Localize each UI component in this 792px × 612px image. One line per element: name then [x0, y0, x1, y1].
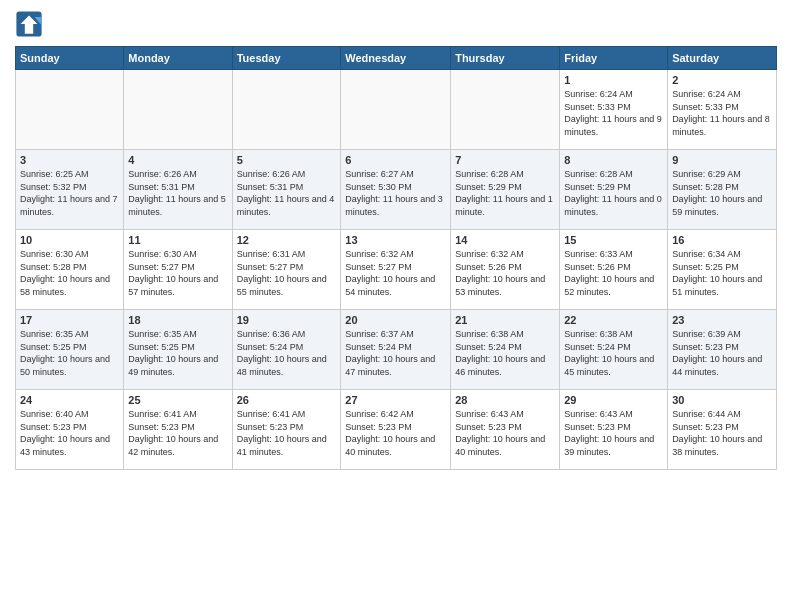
day-number: 2 — [672, 74, 772, 86]
day-number: 25 — [128, 394, 227, 406]
day-info: Sunrise: 6:28 AM Sunset: 5:29 PM Dayligh… — [455, 168, 555, 218]
calendar-cell — [341, 70, 451, 150]
day-info: Sunrise: 6:28 AM Sunset: 5:29 PM Dayligh… — [564, 168, 663, 218]
day-number: 11 — [128, 234, 227, 246]
day-info: Sunrise: 6:42 AM Sunset: 5:23 PM Dayligh… — [345, 408, 446, 458]
day-info: Sunrise: 6:34 AM Sunset: 5:25 PM Dayligh… — [672, 248, 772, 298]
day-number: 7 — [455, 154, 555, 166]
calendar-cell — [124, 70, 232, 150]
calendar-week-row: 3Sunrise: 6:25 AM Sunset: 5:32 PM Daylig… — [16, 150, 777, 230]
day-number: 29 — [564, 394, 663, 406]
day-info: Sunrise: 6:41 AM Sunset: 5:23 PM Dayligh… — [237, 408, 337, 458]
weekday-header: Tuesday — [232, 47, 341, 70]
page-container: SundayMondayTuesdayWednesdayThursdayFrid… — [0, 0, 792, 612]
calendar-cell: 4Sunrise: 6:26 AM Sunset: 5:31 PM Daylig… — [124, 150, 232, 230]
day-number: 15 — [564, 234, 663, 246]
calendar-cell: 11Sunrise: 6:30 AM Sunset: 5:27 PM Dayli… — [124, 230, 232, 310]
day-info: Sunrise: 6:32 AM Sunset: 5:26 PM Dayligh… — [455, 248, 555, 298]
calendar-cell: 27Sunrise: 6:42 AM Sunset: 5:23 PM Dayli… — [341, 390, 451, 470]
day-info: Sunrise: 6:41 AM Sunset: 5:23 PM Dayligh… — [128, 408, 227, 458]
header — [15, 10, 777, 38]
calendar-cell: 10Sunrise: 6:30 AM Sunset: 5:28 PM Dayli… — [16, 230, 124, 310]
calendar-cell — [232, 70, 341, 150]
day-number: 5 — [237, 154, 337, 166]
calendar-cell: 14Sunrise: 6:32 AM Sunset: 5:26 PM Dayli… — [451, 230, 560, 310]
calendar-cell: 12Sunrise: 6:31 AM Sunset: 5:27 PM Dayli… — [232, 230, 341, 310]
calendar-cell: 25Sunrise: 6:41 AM Sunset: 5:23 PM Dayli… — [124, 390, 232, 470]
weekday-header: Wednesday — [341, 47, 451, 70]
day-number: 1 — [564, 74, 663, 86]
day-info: Sunrise: 6:43 AM Sunset: 5:23 PM Dayligh… — [455, 408, 555, 458]
day-info: Sunrise: 6:30 AM Sunset: 5:28 PM Dayligh… — [20, 248, 119, 298]
calendar-cell: 19Sunrise: 6:36 AM Sunset: 5:24 PM Dayli… — [232, 310, 341, 390]
logo — [15, 10, 47, 38]
day-info: Sunrise: 6:36 AM Sunset: 5:24 PM Dayligh… — [237, 328, 337, 378]
weekday-header: Monday — [124, 47, 232, 70]
day-info: Sunrise: 6:29 AM Sunset: 5:28 PM Dayligh… — [672, 168, 772, 218]
day-number: 21 — [455, 314, 555, 326]
calendar-cell: 20Sunrise: 6:37 AM Sunset: 5:24 PM Dayli… — [341, 310, 451, 390]
calendar-cell: 8Sunrise: 6:28 AM Sunset: 5:29 PM Daylig… — [560, 150, 668, 230]
calendar-cell: 24Sunrise: 6:40 AM Sunset: 5:23 PM Dayli… — [16, 390, 124, 470]
day-info: Sunrise: 6:35 AM Sunset: 5:25 PM Dayligh… — [128, 328, 227, 378]
day-number: 22 — [564, 314, 663, 326]
calendar-cell: 16Sunrise: 6:34 AM Sunset: 5:25 PM Dayli… — [668, 230, 777, 310]
weekday-header: Saturday — [668, 47, 777, 70]
calendar-cell: 30Sunrise: 6:44 AM Sunset: 5:23 PM Dayli… — [668, 390, 777, 470]
calendar-week-row: 24Sunrise: 6:40 AM Sunset: 5:23 PM Dayli… — [16, 390, 777, 470]
calendar-cell: 28Sunrise: 6:43 AM Sunset: 5:23 PM Dayli… — [451, 390, 560, 470]
day-info: Sunrise: 6:44 AM Sunset: 5:23 PM Dayligh… — [672, 408, 772, 458]
day-info: Sunrise: 6:37 AM Sunset: 5:24 PM Dayligh… — [345, 328, 446, 378]
day-number: 28 — [455, 394, 555, 406]
day-number: 19 — [237, 314, 337, 326]
calendar-cell: 22Sunrise: 6:38 AM Sunset: 5:24 PM Dayli… — [560, 310, 668, 390]
weekday-header: Sunday — [16, 47, 124, 70]
day-info: Sunrise: 6:30 AM Sunset: 5:27 PM Dayligh… — [128, 248, 227, 298]
day-number: 17 — [20, 314, 119, 326]
calendar-cell: 1Sunrise: 6:24 AM Sunset: 5:33 PM Daylig… — [560, 70, 668, 150]
day-number: 12 — [237, 234, 337, 246]
day-info: Sunrise: 6:33 AM Sunset: 5:26 PM Dayligh… — [564, 248, 663, 298]
day-info: Sunrise: 6:26 AM Sunset: 5:31 PM Dayligh… — [128, 168, 227, 218]
day-number: 10 — [20, 234, 119, 246]
calendar-cell: 13Sunrise: 6:32 AM Sunset: 5:27 PM Dayli… — [341, 230, 451, 310]
calendar-week-row: 17Sunrise: 6:35 AM Sunset: 5:25 PM Dayli… — [16, 310, 777, 390]
calendar-cell — [451, 70, 560, 150]
calendar-table: SundayMondayTuesdayWednesdayThursdayFrid… — [15, 46, 777, 470]
calendar-cell: 26Sunrise: 6:41 AM Sunset: 5:23 PM Dayli… — [232, 390, 341, 470]
day-number: 6 — [345, 154, 446, 166]
calendar-cell: 23Sunrise: 6:39 AM Sunset: 5:23 PM Dayli… — [668, 310, 777, 390]
day-number: 13 — [345, 234, 446, 246]
calendar-cell — [16, 70, 124, 150]
day-info: Sunrise: 6:43 AM Sunset: 5:23 PM Dayligh… — [564, 408, 663, 458]
calendar-cell: 9Sunrise: 6:29 AM Sunset: 5:28 PM Daylig… — [668, 150, 777, 230]
day-number: 18 — [128, 314, 227, 326]
day-number: 14 — [455, 234, 555, 246]
day-info: Sunrise: 6:35 AM Sunset: 5:25 PM Dayligh… — [20, 328, 119, 378]
weekday-header: Friday — [560, 47, 668, 70]
day-info: Sunrise: 6:24 AM Sunset: 5:33 PM Dayligh… — [564, 88, 663, 138]
day-info: Sunrise: 6:31 AM Sunset: 5:27 PM Dayligh… — [237, 248, 337, 298]
calendar-cell: 2Sunrise: 6:24 AM Sunset: 5:33 PM Daylig… — [668, 70, 777, 150]
calendar-week-row: 10Sunrise: 6:30 AM Sunset: 5:28 PM Dayli… — [16, 230, 777, 310]
day-info: Sunrise: 6:39 AM Sunset: 5:23 PM Dayligh… — [672, 328, 772, 378]
calendar-cell: 17Sunrise: 6:35 AM Sunset: 5:25 PM Dayli… — [16, 310, 124, 390]
logo-icon — [15, 10, 43, 38]
calendar-cell: 3Sunrise: 6:25 AM Sunset: 5:32 PM Daylig… — [16, 150, 124, 230]
day-number: 27 — [345, 394, 446, 406]
calendar-cell: 6Sunrise: 6:27 AM Sunset: 5:30 PM Daylig… — [341, 150, 451, 230]
calendar-week-row: 1Sunrise: 6:24 AM Sunset: 5:33 PM Daylig… — [16, 70, 777, 150]
day-number: 20 — [345, 314, 446, 326]
day-number: 26 — [237, 394, 337, 406]
weekday-header: Thursday — [451, 47, 560, 70]
day-info: Sunrise: 6:27 AM Sunset: 5:30 PM Dayligh… — [345, 168, 446, 218]
day-info: Sunrise: 6:40 AM Sunset: 5:23 PM Dayligh… — [20, 408, 119, 458]
day-info: Sunrise: 6:26 AM Sunset: 5:31 PM Dayligh… — [237, 168, 337, 218]
day-info: Sunrise: 6:38 AM Sunset: 5:24 PM Dayligh… — [455, 328, 555, 378]
day-info: Sunrise: 6:24 AM Sunset: 5:33 PM Dayligh… — [672, 88, 772, 138]
calendar-cell: 15Sunrise: 6:33 AM Sunset: 5:26 PM Dayli… — [560, 230, 668, 310]
calendar-cell: 7Sunrise: 6:28 AM Sunset: 5:29 PM Daylig… — [451, 150, 560, 230]
day-number: 30 — [672, 394, 772, 406]
day-info: Sunrise: 6:38 AM Sunset: 5:24 PM Dayligh… — [564, 328, 663, 378]
calendar-cell: 18Sunrise: 6:35 AM Sunset: 5:25 PM Dayli… — [124, 310, 232, 390]
